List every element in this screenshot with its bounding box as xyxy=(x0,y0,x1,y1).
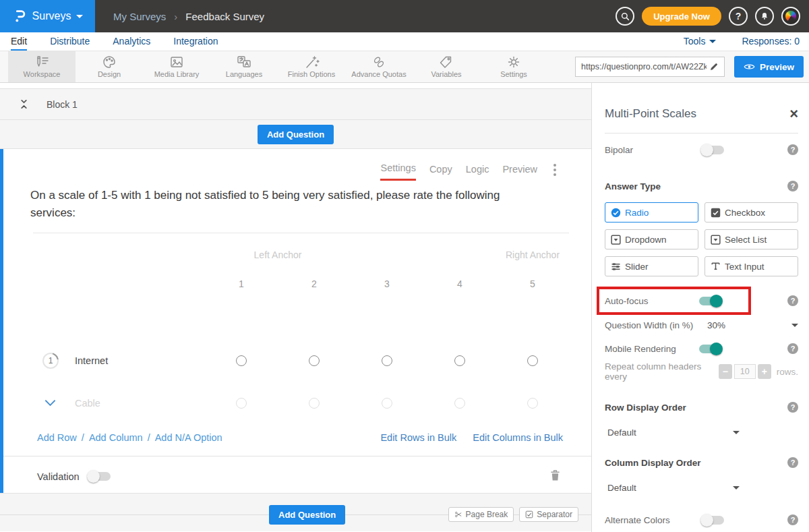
question-text[interactable]: On a scale of 1-5 with 1 being not satis… xyxy=(3,149,591,223)
mobile-rendering-toggle[interactable] xyxy=(699,345,721,353)
radio-cable-3[interactable] xyxy=(382,398,392,409)
scale-column-1[interactable]: 1 xyxy=(205,278,278,289)
tool-settings[interactable]: Settings xyxy=(480,51,547,82)
answer-type-checkbox[interactable]: Checkbox xyxy=(705,202,798,223)
edit-rows-in-bulk-link[interactable]: Edit Rows in Bulk xyxy=(380,432,456,443)
tool-workspace[interactable]: Workspace xyxy=(8,51,76,82)
add-row-link[interactable]: Add Row xyxy=(37,432,77,443)
separator-button[interactable]: Separator xyxy=(519,507,578,522)
validation-toggle[interactable] xyxy=(89,472,111,481)
bipolar-toggle[interactable] xyxy=(702,146,724,154)
scissors-icon xyxy=(454,510,462,519)
help-icon[interactable]: ? xyxy=(787,514,798,525)
question-more-menu[interactable] xyxy=(553,164,556,180)
matrix-row-cable: Cable xyxy=(34,391,591,415)
help-icon[interactable]: ? xyxy=(787,343,798,354)
answer-type-text-input[interactable]: Text Input xyxy=(705,256,798,276)
add-na-option-link[interactable]: Add N/A Option xyxy=(155,432,222,443)
answer-type-select-list[interactable]: Select List xyxy=(705,229,798,249)
tool-variables[interactable]: Variables xyxy=(413,51,480,82)
chevron-down-icon[interactable] xyxy=(791,324,798,327)
radio-internet-2[interactable] xyxy=(309,355,320,366)
radio-internet-4[interactable] xyxy=(454,355,465,366)
repeat-headers-label: Repeat column headers every xyxy=(605,361,711,382)
answer-type-dropdown[interactable]: Dropdown xyxy=(605,229,698,249)
question-tab-settings[interactable]: Settings xyxy=(380,162,415,181)
block-title[interactable]: Block 1 xyxy=(47,99,78,110)
radio-cable-1[interactable] xyxy=(236,398,247,409)
stepper-plus-button[interactable]: + xyxy=(758,364,771,379)
column-display-order-select[interactable]: Default xyxy=(605,483,740,493)
delete-question-button[interactable] xyxy=(550,469,560,484)
edit-url-button[interactable] xyxy=(707,59,721,74)
tab-analytics[interactable]: Analytics xyxy=(113,36,150,51)
row-label-internet[interactable]: Internet xyxy=(75,355,108,366)
collapse-block-button[interactable] xyxy=(19,98,29,110)
question-footer-divider xyxy=(3,456,591,456)
auto-focus-toggle[interactable] xyxy=(699,297,721,305)
survey-nav: Edit Distribute Analytics Integration To… xyxy=(0,32,809,51)
stepper-value-input[interactable] xyxy=(734,364,756,379)
question-tab-copy[interactable]: Copy xyxy=(429,164,452,180)
radio-internet-1[interactable] xyxy=(236,355,247,366)
edit-columns-in-bulk-link[interactable]: Edit Columns in Bulk xyxy=(473,432,563,443)
preview-button[interactable]: Preview xyxy=(734,56,804,78)
help-icon[interactable]: ? xyxy=(787,457,798,468)
answer-type-radio[interactable]: Radio xyxy=(605,202,698,223)
help-button[interactable]: ? xyxy=(729,7,748,26)
block-header: Block 1 xyxy=(0,88,591,120)
page-break-button[interactable]: Page Break xyxy=(448,507,514,522)
answer-type-slider[interactable]: Slider xyxy=(605,256,698,276)
column-display-order-header: Column Display Order ? xyxy=(605,454,798,471)
scale-column-5[interactable]: 5 xyxy=(496,278,569,289)
row-display-order-select[interactable]: Default xyxy=(605,427,740,438)
tools-menu[interactable]: Tools xyxy=(684,36,717,47)
survey-url-input[interactable] xyxy=(581,62,707,71)
add-column-link[interactable]: Add Column xyxy=(89,432,143,443)
tab-edit[interactable]: Edit xyxy=(11,36,27,51)
help-icon[interactable]: ? xyxy=(787,402,798,413)
radio-cable-5[interactable] xyxy=(527,398,538,409)
scale-column-2[interactable]: 2 xyxy=(278,278,351,289)
tool-advance-quotas[interactable]: Advance Quotas xyxy=(345,51,413,82)
tab-distribute[interactable]: Distribute xyxy=(50,36,90,51)
app-logo-surveys-menu[interactable]: Surveys xyxy=(0,0,95,32)
dropdown-icon xyxy=(611,235,621,245)
alternate-colors-toggle[interactable] xyxy=(702,516,724,525)
user-avatar[interactable] xyxy=(781,7,800,26)
tool-media-library[interactable]: Media Library xyxy=(143,51,210,82)
question-width-value[interactable]: 30% xyxy=(707,320,725,330)
add-question-button-bottom[interactable]: Add Question xyxy=(269,505,345,525)
tool-design[interactable]: Design xyxy=(76,51,143,82)
notifications-button[interactable] xyxy=(755,7,774,26)
search-icon xyxy=(620,11,630,22)
stepper-minus-button[interactable]: − xyxy=(719,364,732,379)
tool-languages[interactable]: Languages xyxy=(210,51,278,82)
tool-finish-options[interactable]: Finish Options xyxy=(278,51,345,82)
scale-column-3[interactable]: 3 xyxy=(351,278,423,289)
help-icon[interactable]: ? xyxy=(787,181,798,191)
upgrade-now-button[interactable]: Upgrade Now xyxy=(642,7,721,26)
radio-cable-4[interactable] xyxy=(454,398,465,409)
right-anchor-label[interactable]: Right Anchor xyxy=(496,249,569,260)
help-icon[interactable]: ? xyxy=(787,144,798,155)
anchor-row: Left Anchor Right Anchor xyxy=(34,249,591,260)
question-card: Settings Copy Logic Preview On a scale o… xyxy=(0,149,591,493)
row-label-cable[interactable]: Cable xyxy=(75,398,100,409)
breadcrumb-my-surveys[interactable]: My Surveys xyxy=(113,11,166,22)
left-anchor-label[interactable]: Left Anchor xyxy=(205,249,351,260)
question-tab-logic[interactable]: Logic xyxy=(466,164,489,180)
search-button[interactable] xyxy=(616,7,634,26)
image-icon xyxy=(168,55,185,69)
radio-cable-2[interactable] xyxy=(309,398,320,409)
tab-integration[interactable]: Integration xyxy=(173,36,218,51)
scale-column-4[interactable]: 4 xyxy=(423,278,496,289)
chevron-down-icon[interactable] xyxy=(44,399,56,407)
question-tab-preview[interactable]: Preview xyxy=(502,164,537,180)
add-question-button-top[interactable]: Add Question xyxy=(258,125,334,144)
help-icon[interactable]: ? xyxy=(787,295,798,306)
radio-internet-3[interactable] xyxy=(382,355,392,366)
close-panel-button[interactable]: × xyxy=(789,108,798,120)
radio-internet-5[interactable] xyxy=(527,355,538,366)
product-name: Surveys xyxy=(32,10,71,22)
